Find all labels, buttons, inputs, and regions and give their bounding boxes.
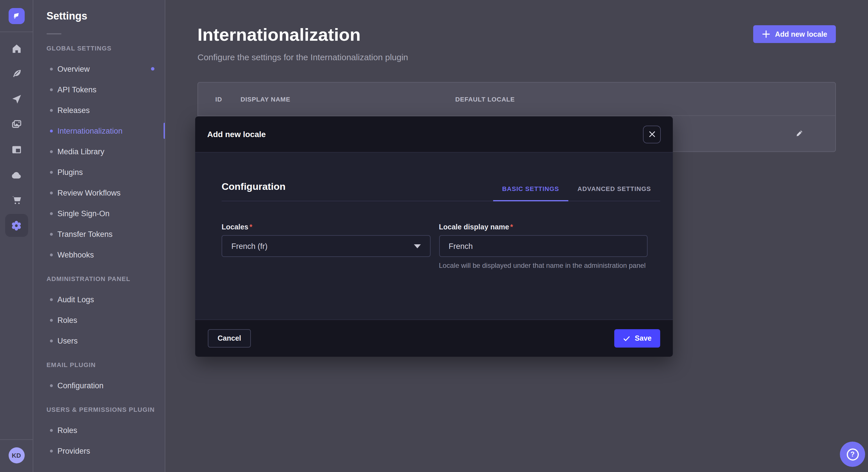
bullet-icon (50, 298, 53, 301)
sidebar-item-internationalization[interactable]: Internationalization (33, 121, 165, 141)
column-header-id: ID (198, 96, 241, 102)
cloud-icon[interactable] (5, 164, 28, 187)
home-icon[interactable] (5, 37, 28, 60)
modal-footer: Cancel Save (195, 319, 673, 357)
bullet-icon (50, 212, 53, 215)
sidebar-item-label: Roles (57, 316, 77, 324)
content-manager-feather-icon[interactable] (5, 63, 28, 86)
bullet-icon (50, 339, 53, 342)
cancel-button[interactable]: Cancel (208, 329, 251, 347)
sidebar-item-label: Overview (57, 65, 90, 73)
check-icon (623, 335, 630, 342)
sidebar-item-review-workflows[interactable]: Review Workflows (33, 182, 165, 203)
close-modal-button[interactable] (643, 125, 661, 143)
sidebar-title-divider (46, 33, 61, 34)
sidebar-item-label: Plugins (57, 168, 83, 176)
configuration-section-title: Configuration (222, 181, 286, 201)
sidebar-item-audit-logs[interactable]: Audit Logs (33, 289, 165, 310)
chevron-down-icon (414, 244, 421, 248)
section-label-global-settings: GLOBAL SETTINGS (33, 38, 165, 59)
bullet-icon (50, 233, 53, 235)
sidebar-item-label: Media Library (57, 147, 104, 156)
sidebar-item-label: Single Sign-On (57, 209, 110, 217)
modal-body: Configuration BASIC SETTINGS ADVANCED SE… (195, 153, 673, 319)
settings-sidebar: Settings GLOBAL SETTINGS Overview API To… (33, 0, 165, 472)
nav-rail: KD (0, 0, 33, 472)
sidebar-item-up-providers[interactable]: Providers (33, 440, 165, 461)
bullet-icon (50, 253, 53, 256)
media-library-icon[interactable] (5, 113, 28, 136)
display-name-input[interactable] (439, 235, 648, 257)
sidebar-item-admin-users[interactable]: Users (33, 330, 165, 351)
bullet-icon (50, 109, 53, 111)
sidebar-item-media-library[interactable]: Media Library (33, 141, 165, 162)
save-label: Save (635, 334, 652, 342)
bullet-icon (50, 191, 53, 194)
settings-gear-icon[interactable] (5, 214, 28, 237)
bullet-icon (50, 129, 53, 132)
page-subtitle: Configure the settings for the Internati… (197, 52, 408, 62)
required-marker: * (510, 223, 513, 231)
sidebar-title: Settings (33, 8, 165, 24)
add-new-locale-button[interactable]: Add new locale (753, 25, 836, 43)
sidebar-item-label: Providers (57, 446, 90, 455)
bullet-icon (50, 384, 53, 387)
plus-icon (762, 30, 770, 38)
tab-advanced-settings[interactable]: ADVANCED SETTINGS (568, 185, 660, 201)
add-locale-modal: Add new locale Configuration BASIC SETTI… (195, 116, 673, 357)
app-window: KD Settings GLOBAL SETTINGS Overview API… (0, 0, 868, 472)
locales-select[interactable]: French (fr) (222, 235, 430, 257)
strapi-logo[interactable] (8, 8, 24, 24)
sidebar-item-admin-roles[interactable]: Roles (33, 310, 165, 330)
tab-basic-settings[interactable]: BASIC SETTINGS (493, 185, 568, 201)
sidebar-item-label: Releases (57, 106, 90, 114)
bullet-icon (50, 67, 53, 70)
sidebar-item-releases[interactable]: Releases (33, 100, 165, 121)
display-name-label: Locale display name* (439, 223, 513, 231)
pencil-icon (795, 129, 804, 138)
layout-icon[interactable] (5, 138, 28, 161)
bullet-icon (50, 150, 53, 153)
section-label-administration-panel: ADMINISTRATION PANEL (33, 268, 165, 289)
sidebar-item-label: Configuration (57, 381, 104, 390)
sidebar-item-label: Internationalization (57, 127, 123, 135)
sidebar-item-label: Webhooks (57, 250, 94, 259)
bullet-icon (50, 88, 53, 91)
modal-title: Add new locale (207, 130, 266, 139)
sidebar-item-transfer-tokens[interactable]: Transfer Tokens (33, 224, 165, 244)
locales-label: Locales* (222, 223, 252, 231)
sidebar-item-webhooks[interactable]: Webhooks (33, 244, 165, 265)
paper-plane-icon[interactable] (5, 88, 28, 111)
modal-header: Add new locale (195, 116, 673, 153)
display-name-hint: Locale will be displayed under that name… (439, 261, 648, 271)
sidebar-item-label: Roles (57, 426, 77, 434)
locales-select-value: French (fr) (231, 242, 268, 250)
sidebar-item-plugins[interactable]: Plugins (33, 162, 165, 182)
sidebar-item-email-configuration[interactable]: Configuration (33, 375, 165, 396)
marketplace-cart-icon[interactable] (5, 189, 28, 212)
sidebar-item-label: Audit Logs (57, 295, 94, 304)
edit-locale-button[interactable] (793, 127, 807, 140)
sidebar-item-overview[interactable]: Overview (33, 59, 165, 79)
section-label-users-permissions-plugin: USERS & PERMISSIONS PLUGIN (33, 399, 165, 420)
save-button[interactable]: Save (614, 329, 660, 347)
help-button[interactable]: ? (840, 442, 865, 467)
column-header-display-name: DISPLAY NAME (241, 96, 455, 102)
bullet-icon (50, 429, 53, 432)
question-mark-icon: ? (846, 448, 859, 460)
section-label-email-plugin: EMAIL PLUGIN (33, 355, 165, 375)
sidebar-item-single-sign-on[interactable]: Single Sign-On (33, 203, 165, 224)
locales-field-group: Locales* French (fr) (222, 222, 430, 271)
add-new-locale-label: Add new locale (775, 30, 827, 38)
column-header-default-locale: DEFAULT LOCALE (455, 96, 515, 102)
sidebar-item-api-tokens[interactable]: API Tokens (33, 79, 165, 100)
notification-dot (151, 67, 154, 71)
user-avatar[interactable]: KD (8, 447, 24, 463)
bullet-icon (50, 171, 53, 173)
bullet-icon (50, 318, 53, 322)
sidebar-item-label: Review Workflows (57, 189, 121, 197)
sidebar-item-label: API Tokens (57, 85, 96, 94)
table-header-row: ID DISPLAY NAME DEFAULT LOCALE (198, 82, 835, 116)
sidebar-item-up-roles[interactable]: Roles (33, 420, 165, 440)
page-title: Internationalization (197, 25, 408, 45)
